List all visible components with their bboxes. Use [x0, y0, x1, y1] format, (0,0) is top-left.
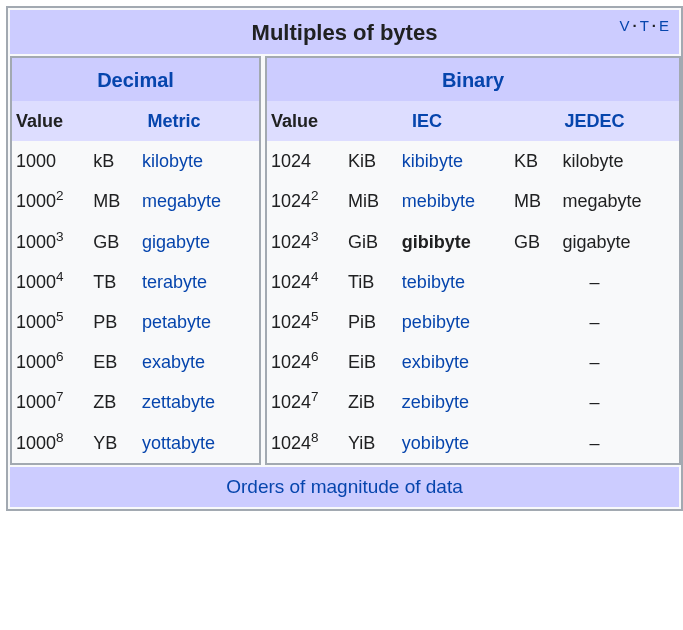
- terabyte-link[interactable]: terabyte: [142, 272, 207, 292]
- table-row: 10247ZiBzebibyte–: [267, 382, 679, 422]
- yottabyte-link[interactable]: yottabyte: [142, 433, 215, 453]
- symbol-cell: MB: [89, 181, 138, 221]
- vte-talk-link[interactable]: T: [640, 17, 649, 34]
- symbol-cell: PB: [89, 302, 138, 342]
- value-cell: 10006: [12, 342, 89, 382]
- iec-name-cell: zebibyte: [398, 382, 510, 422]
- title-row: Multiples of bytes V·T·E: [10, 10, 679, 54]
- exbibyte-link[interactable]: exbibyte: [402, 352, 469, 372]
- vte-view-link[interactable]: V: [619, 17, 629, 34]
- symbol-cell: GB: [89, 222, 138, 262]
- table-row: 1024KiBkibibyteKBkilobyte: [267, 141, 679, 181]
- jedec-empty-cell: –: [510, 423, 679, 463]
- jedec-empty-cell: –: [510, 262, 679, 302]
- iec-name-cell: pebibyte: [398, 302, 510, 342]
- kilobyte-link[interactable]: kilobyte: [142, 151, 203, 171]
- navbox-multiples-of-bytes: Multiples of bytes V·T·E Decimal Value M…: [6, 6, 683, 511]
- vte-edit-link[interactable]: E: [659, 17, 669, 34]
- iec-name-cell: mebibyte: [398, 181, 510, 221]
- name-cell: megabyte: [138, 181, 259, 221]
- binary-header-link[interactable]: Binary: [442, 69, 504, 91]
- col-iec: IEC: [344, 101, 510, 141]
- mebibyte-link[interactable]: mebibyte: [402, 191, 475, 211]
- pebibyte-link[interactable]: pebibyte: [402, 312, 470, 332]
- jedec-empty-cell: –: [510, 342, 679, 382]
- zebibyte-link[interactable]: zebibyte: [402, 392, 469, 412]
- col-value-bin: Value: [267, 101, 344, 141]
- iec-name-cell: kibibyte: [398, 141, 510, 181]
- value-cell: 10004: [12, 262, 89, 302]
- table-row: 10003GBgigabyte: [12, 222, 259, 262]
- yobibyte-link[interactable]: yobibyte: [402, 433, 469, 453]
- col-metric: Metric: [89, 101, 259, 141]
- exabyte-link[interactable]: exabyte: [142, 352, 205, 372]
- jedec-symbol-cell: GB: [510, 222, 558, 262]
- value-cell: 10243: [267, 222, 344, 262]
- symbol-cell: EB: [89, 342, 138, 382]
- col-value: Value: [12, 101, 89, 141]
- iec-name-cell: tebibyte: [398, 262, 510, 302]
- value-cell: 10003: [12, 222, 89, 262]
- jedec-name-cell: kilobyte: [558, 141, 679, 181]
- gigabyte-link[interactable]: gigabyte: [142, 232, 210, 252]
- value-cell: 10247: [267, 382, 344, 422]
- value-cell: 1024: [267, 141, 344, 181]
- value-cell: 10007: [12, 382, 89, 422]
- name-cell: petabyte: [138, 302, 259, 342]
- jedec-name-cell: gigabyte: [558, 222, 679, 262]
- iec-symbol-cell: YiB: [344, 423, 398, 463]
- name-cell: terabyte: [138, 262, 259, 302]
- decimal-header-link[interactable]: Decimal: [97, 69, 174, 91]
- jedec-name-cell: megabyte: [558, 181, 679, 221]
- binary-header: Binary: [267, 58, 679, 101]
- iec-symbol-cell: TiB: [344, 262, 398, 302]
- symbol-cell: YB: [89, 423, 138, 463]
- table-row: 10246EiBexbibyte–: [267, 342, 679, 382]
- petabyte-link[interactable]: petabyte: [142, 312, 211, 332]
- page-title: Multiples of bytes: [252, 20, 438, 45]
- kibibyte-link[interactable]: kibibyte: [402, 151, 463, 171]
- binary-panel: Binary Value IEC JEDEC 1024KiBkibibyteKB…: [265, 56, 681, 465]
- name-cell: gigabyte: [138, 222, 259, 262]
- name-cell: kilobyte: [138, 141, 259, 181]
- value-cell: 10248: [267, 423, 344, 463]
- table-row: 10007ZBzettabyte: [12, 382, 259, 422]
- tebibyte-link[interactable]: tebibyte: [402, 272, 465, 292]
- table-row: 10005PBpetabyte: [12, 302, 259, 342]
- jedec-symbol-cell: KB: [510, 141, 558, 181]
- zettabyte-link[interactable]: zettabyte: [142, 392, 215, 412]
- symbol-cell: kB: [89, 141, 138, 181]
- iec-symbol-cell: GiB: [344, 222, 398, 262]
- jedec-empty-cell: –: [510, 382, 679, 422]
- name-cell: zettabyte: [138, 382, 259, 422]
- table-row: 10004TBterabyte: [12, 262, 259, 302]
- name-cell: exabyte: [138, 342, 259, 382]
- iec-name-cell: yobibyte: [398, 423, 510, 463]
- value-cell: 10246: [267, 342, 344, 382]
- symbol-cell: TB: [89, 262, 138, 302]
- iec-name-cell: gibibyte: [398, 222, 510, 262]
- metric-link[interactable]: Metric: [148, 111, 201, 131]
- value-cell: 10002: [12, 181, 89, 221]
- value-cell: 10244: [267, 262, 344, 302]
- name-cell: yottabyte: [138, 423, 259, 463]
- iec-symbol-cell: ZiB: [344, 382, 398, 422]
- table-row: 10006EBexabyte: [12, 342, 259, 382]
- decimal-header: Decimal: [12, 58, 259, 101]
- footer-row: Orders of magnitude of data: [10, 467, 679, 507]
- jedec-link[interactable]: JEDEC: [565, 111, 625, 131]
- table-row: 10008YByottabyte: [12, 423, 259, 463]
- vte-links: V·T·E: [619, 17, 669, 34]
- table-row: 10245PiBpebibyte–: [267, 302, 679, 342]
- iec-symbol-cell: PiB: [344, 302, 398, 342]
- table-row: 10243GiBgibibyteGBgigabyte: [267, 222, 679, 262]
- megabyte-link[interactable]: megabyte: [142, 191, 221, 211]
- value-cell: 10008: [12, 423, 89, 463]
- orders-of-magnitude-link[interactable]: Orders of magnitude of data: [226, 476, 463, 497]
- iec-symbol-cell: KiB: [344, 141, 398, 181]
- jedec-empty-cell: –: [510, 302, 679, 342]
- iec-link[interactable]: IEC: [412, 111, 442, 131]
- value-cell: 1000: [12, 141, 89, 181]
- table-row: 10244TiBtebibyte–: [267, 262, 679, 302]
- table-row: 10248YiByobibyte–: [267, 423, 679, 463]
